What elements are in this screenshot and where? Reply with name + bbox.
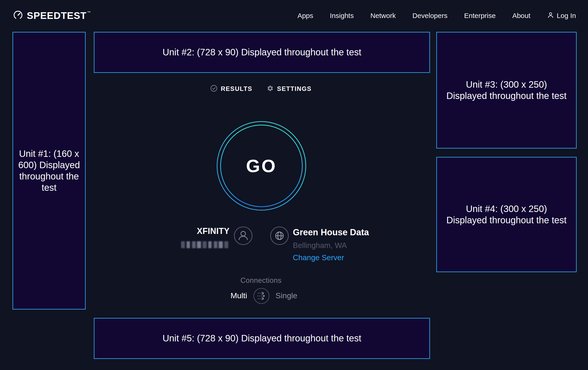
ad-unit-2-label: Unit #2: (728 x 90) Displayed throughout…: [163, 47, 361, 58]
nav-menu: Apps Insights Network Developers Enterpr…: [297, 0, 576, 31]
multi-arrows-icon: [253, 288, 270, 304]
ad-unit-3-label: Unit #3: (300 x 250) Displayed throughou…: [446, 79, 567, 101]
nav-item-network[interactable]: Network: [370, 12, 396, 20]
trademark-mark: ™: [87, 11, 91, 15]
provider-person-icon: [234, 226, 253, 245]
tab-results[interactable]: RESULTS: [210, 85, 252, 93]
check-circle-icon: [210, 85, 217, 93]
tab-settings-label: SETTINGS: [277, 85, 312, 92]
speedtest-logo[interactable]: SPEEDTEST™: [13, 10, 91, 21]
ad-unit-1[interactable]: Unit #1: (160 x 600) Displayed throughou…: [12, 32, 86, 310]
change-server-link[interactable]: Change Server: [293, 253, 344, 262]
single-connections-label[interactable]: Single: [275, 291, 297, 300]
ad-unit-3[interactable]: Unit #3: (300 x 250) Displayed throughou…: [436, 32, 577, 149]
go-button[interactable]: GO: [216, 121, 306, 211]
connections-label: Connections: [86, 276, 436, 285]
provider-name[interactable]: XFINITY: [197, 226, 230, 236]
ad-unit-4-label: Unit #4: (300 x 250) Displayed throughou…: [446, 203, 567, 226]
ad-unit-2[interactable]: Unit #2: (728 x 90) Displayed throughout…: [94, 32, 430, 73]
go-label: GO: [216, 121, 306, 211]
speedometer-icon: [13, 10, 23, 21]
nav-item-insights[interactable]: Insights: [330, 12, 354, 20]
ad-unit-5[interactable]: Unit #5: (728 x 90) Displayed throughout…: [94, 318, 430, 359]
connections-toggle[interactable]: [253, 288, 270, 304]
tab-results-label: RESULTS: [221, 85, 252, 92]
tabs-row: RESULTS SETTINGS: [86, 83, 436, 95]
server-globe-icon: [270, 226, 289, 245]
ad-unit-1-label: Unit #1: (160 x 600) Displayed throughou…: [18, 148, 80, 193]
server-name: Green House Data: [293, 228, 369, 237]
ad-unit-5-label: Unit #5: (728 x 90) Displayed throughout…: [163, 333, 361, 344]
ad-unit-4[interactable]: Unit #4: (300 x 250) Displayed throughou…: [436, 157, 577, 272]
user-icon: [547, 11, 554, 20]
navbar: SPEEDTEST™ Apps Insights Network Develop…: [0, 0, 588, 31]
speedtest-page: SPEEDTEST™ Apps Insights Network Develop…: [0, 0, 588, 370]
nav-item-apps[interactable]: Apps: [297, 12, 313, 20]
login-button[interactable]: Log In: [547, 11, 576, 20]
redacted-ip-address: [181, 241, 230, 248]
nav-item-developers[interactable]: Developers: [412, 12, 448, 20]
nav-item-enterprise[interactable]: Enterprise: [464, 12, 496, 20]
tab-settings[interactable]: SETTINGS: [267, 85, 312, 93]
server-location: Bellingham, WA: [293, 241, 347, 250]
multi-connections-label[interactable]: Multi: [231, 291, 247, 300]
gear-icon: [267, 85, 274, 93]
nav-item-about[interactable]: About: [512, 12, 530, 20]
logo-text: SPEEDTEST™: [27, 10, 91, 21]
